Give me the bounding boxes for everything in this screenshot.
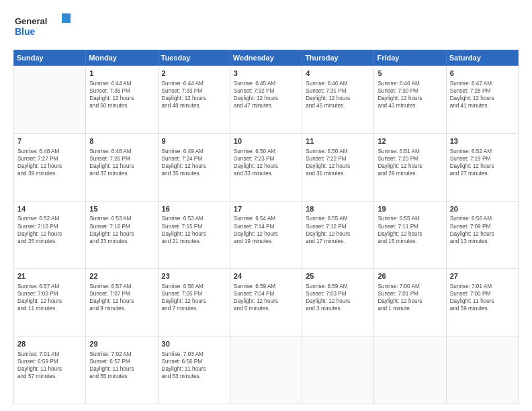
day-info-line: Sunset: 7:19 PM: [450, 155, 515, 163]
day-info-line: and 53 minutes.: [162, 373, 226, 380]
day-info-line: and 5 minutes.: [234, 305, 298, 312]
calendar-cell: 5Sunrise: 6:46 AMSunset: 7:30 PMDaylight…: [374, 66, 446, 134]
day-info-line: and 29 minutes.: [378, 170, 442, 177]
calendar-cell: 7Sunrise: 6:48 AMSunset: 7:27 PMDaylight…: [14, 133, 86, 201]
day-info-line: and 31 minutes.: [306, 170, 370, 177]
day-info-line: Sunrise: 6:48 AM: [17, 148, 82, 155]
day-info-line: and 39 minutes.: [17, 170, 82, 177]
day-info-line: Daylight: 12 hours: [306, 230, 370, 238]
calendar-cell: 18Sunrise: 6:55 AMSunset: 7:12 PMDayligh…: [302, 201, 374, 269]
day-info-line: and 43 minutes.: [378, 102, 442, 109]
day-info-line: Sunrise: 6:50 AM: [234, 148, 298, 155]
calendar-cell: 30Sunrise: 7:03 AMSunset: 6:56 PMDayligh…: [158, 336, 230, 404]
calendar-cell: 27Sunrise: 7:01 AMSunset: 7:00 PMDayligh…: [446, 269, 518, 336]
calendar-cell: 15Sunrise: 6:53 AMSunset: 7:16 PMDayligh…: [86, 201, 158, 269]
day-info-line: Sunrise: 6:51 AM: [378, 148, 442, 155]
day-info-line: Sunrise: 6:47 AM: [450, 80, 515, 87]
day-info-line: Sunset: 7:08 PM: [17, 290, 82, 298]
day-info-line: Sunrise: 6:57 AM: [89, 283, 154, 290]
day-number: 28: [17, 339, 82, 349]
day-info-line: and 25 minutes.: [17, 238, 82, 245]
col-header-saturday: Saturday: [446, 50, 518, 66]
day-number: 5: [378, 68, 442, 79]
day-info-line: Daylight: 11 hours: [17, 365, 82, 373]
day-info-line: Daylight: 12 hours: [234, 298, 298, 305]
calendar-cell: 2Sunrise: 6:44 AMSunset: 7:33 PMDaylight…: [158, 66, 230, 134]
calendar-cell: 28Sunrise: 7:01 AMSunset: 6:59 PMDayligh…: [14, 336, 86, 404]
day-info-line: Sunrise: 6:49 AM: [162, 148, 226, 155]
day-info-line: Daylight: 11 hours: [89, 365, 154, 373]
day-info-line: Sunrise: 6:55 AM: [306, 215, 370, 222]
day-info-line: Sunset: 7:12 PM: [306, 223, 370, 230]
day-info-line: and 13 minutes.: [450, 238, 515, 245]
day-info-line: Daylight: 12 hours: [89, 95, 154, 102]
day-number: 19: [378, 204, 442, 214]
day-info-line: Daylight: 12 hours: [234, 163, 298, 170]
calendar-cell: 17Sunrise: 6:54 AMSunset: 7:14 PMDayligh…: [230, 201, 302, 269]
day-info-line: Daylight: 12 hours: [162, 230, 226, 238]
day-info-line: Sunrise: 6:44 AM: [89, 80, 154, 87]
day-info-line: Daylight: 12 hours: [89, 163, 154, 170]
day-info-line: and 47 minutes.: [234, 102, 298, 109]
day-number: 12: [378, 136, 442, 146]
day-number: 17: [234, 204, 298, 214]
col-header-friday: Friday: [374, 50, 446, 66]
day-number: 13: [450, 136, 515, 146]
day-info-line: Sunset: 7:31 PM: [306, 87, 370, 95]
day-info-line: Sunset: 7:27 PM: [17, 155, 82, 163]
day-number: 1: [89, 68, 154, 79]
col-header-monday: Monday: [86, 50, 158, 66]
day-number: 16: [162, 204, 226, 214]
calendar-cell: 16Sunrise: 6:53 AMSunset: 7:15 PMDayligh…: [158, 201, 230, 269]
calendar-week-row: 28Sunrise: 7:01 AMSunset: 6:59 PMDayligh…: [14, 336, 519, 404]
day-number: 23: [162, 271, 226, 281]
calendar-cell: 10Sunrise: 6:50 AMSunset: 7:23 PMDayligh…: [230, 133, 302, 201]
calendar-cell: 14Sunrise: 6:52 AMSunset: 7:18 PMDayligh…: [14, 201, 86, 269]
day-number: 22: [89, 271, 154, 281]
day-info-line: Sunset: 7:23 PM: [234, 155, 298, 163]
day-info-line: Daylight: 12 hours: [306, 163, 370, 170]
calendar-cell: 24Sunrise: 6:59 AMSunset: 7:04 PMDayligh…: [230, 269, 302, 336]
calendar-cell: 11Sunrise: 6:50 AMSunset: 7:22 PMDayligh…: [302, 133, 374, 201]
day-info-line: Daylight: 12 hours: [306, 298, 370, 305]
page: General Blue SundayMondayTuesdayWednesda…: [0, 0, 532, 411]
day-info-line: Sunset: 7:32 PM: [234, 87, 298, 95]
logo: General Blue: [13, 12, 74, 43]
day-info-line: Sunset: 7:11 PM: [378, 223, 442, 230]
day-info-line: Daylight: 12 hours: [234, 230, 298, 238]
calendar-cell: 8Sunrise: 6:48 AMSunset: 7:26 PMDaylight…: [86, 133, 158, 201]
calendar-cell: 19Sunrise: 6:55 AMSunset: 7:11 PMDayligh…: [374, 201, 446, 269]
day-info-line: Sunset: 7:35 PM: [89, 87, 154, 95]
header: General Blue: [13, 12, 519, 43]
calendar-week-row: 7Sunrise: 6:48 AMSunset: 7:27 PMDaylight…: [14, 133, 519, 201]
day-info-line: Sunrise: 7:03 AM: [162, 351, 226, 358]
day-info-line: and 7 minutes.: [162, 305, 226, 312]
day-info-line: and 48 minutes.: [162, 102, 226, 109]
day-number: 11: [306, 136, 370, 146]
day-info-line: Sunrise: 7:01 AM: [450, 283, 515, 290]
calendar-cell: [14, 66, 86, 134]
day-info-line: Sunset: 7:05 PM: [162, 290, 226, 298]
day-info-line: Sunset: 6:57 PM: [89, 358, 154, 365]
col-header-tuesday: Tuesday: [158, 50, 230, 66]
day-info-line: Sunrise: 6:53 AM: [89, 215, 154, 222]
calendar-cell: 4Sunrise: 6:46 AMSunset: 7:31 PMDaylight…: [302, 66, 374, 134]
calendar-cell: 12Sunrise: 6:51 AMSunset: 7:20 PMDayligh…: [374, 133, 446, 201]
day-number: 6: [450, 68, 515, 79]
day-info-line: Sunrise: 6:45 AM: [234, 80, 298, 87]
day-info-line: Sunrise: 6:48 AM: [89, 148, 154, 155]
day-info-line: Sunset: 7:04 PM: [234, 290, 298, 298]
day-info-line: Daylight: 12 hours: [378, 230, 442, 238]
day-info-line: and 3 minutes.: [306, 305, 370, 312]
day-info-line: Sunset: 7:24 PM: [162, 155, 226, 163]
day-info-line: Sunset: 7:07 PM: [89, 290, 154, 298]
day-info-line: and 37 minutes.: [89, 170, 154, 177]
day-number: 25: [306, 271, 370, 281]
col-header-thursday: Thursday: [302, 50, 374, 66]
day-info-line: Sunrise: 6:46 AM: [378, 80, 442, 87]
day-number: 26: [378, 271, 442, 281]
day-info-line: Sunrise: 6:52 AM: [17, 215, 82, 222]
day-info-line: Daylight: 12 hours: [378, 298, 442, 305]
day-info-line: and 19 minutes.: [234, 238, 298, 245]
day-number: 15: [89, 204, 154, 214]
